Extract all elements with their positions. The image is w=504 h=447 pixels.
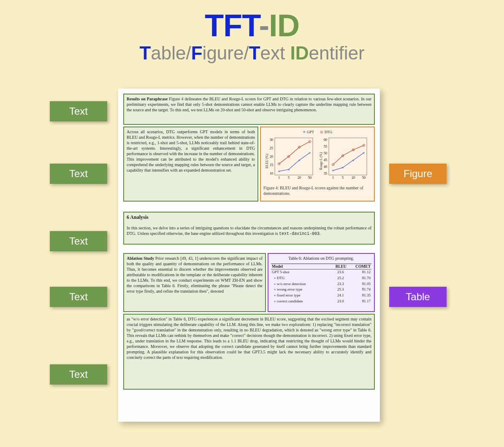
r3-body: In this section, we delve into a series …: [127, 226, 371, 236]
label-table: Table: [389, 287, 447, 307]
label-figure-txt: Figure: [404, 168, 432, 180]
svg-text:✳: ✳: [363, 151, 365, 155]
r5-body: as "w/o error detection" in Table 6, DTG…: [127, 317, 371, 360]
svg-text:50: 50: [324, 151, 327, 155]
svg-text:55: 55: [324, 145, 327, 148]
r1-bold: Results on Paraphrase: [127, 97, 168, 101]
svg-text:50: 50: [362, 176, 366, 180]
table-row: + wrong error type25.381.74: [271, 287, 371, 293]
r3-code: text-davinci-003: [279, 232, 320, 236]
legend-gpt-txt: GPT: [307, 130, 314, 134]
label-text-5-txt: Text: [69, 369, 88, 380]
r4-body: Prior research [49, 43, 1] underscores t…: [127, 256, 263, 294]
title-section: TFT-ID Table/Figure/Text IDentifier: [0, 0, 504, 64]
th-bleu: BLEU: [329, 264, 346, 269]
label-text-1-txt: Text: [69, 105, 88, 117]
svg-text:✳: ✳: [278, 170, 280, 173]
svg-text:20: 20: [270, 155, 273, 159]
chart-rouge: Rouge-L (%) 60 55 50 45 40 35 1 5 20 50: [320, 136, 369, 183]
text-region-5: as "w/o error detection" in Table 6, DTG…: [123, 314, 375, 390]
text-region-1: Results on Paraphrase Figure 4 delineate…: [123, 94, 375, 125]
table-row: GPT 5-shot23.681.12: [271, 269, 371, 275]
label-table-txt: Table: [406, 291, 430, 303]
r2-body: Across all scenarios, DTG outperforms GP…: [127, 129, 255, 172]
svg-text:20: 20: [352, 176, 355, 180]
svg-text:5: 5: [342, 176, 344, 180]
sub-able: able: [151, 43, 186, 63]
sub-T1: T: [139, 43, 151, 63]
sub-entifier: entifier: [309, 43, 365, 63]
label-text-2: Text: [50, 164, 107, 184]
rouge-chart-svg: Rouge-L (%) 60 55 50 45 40 35 1 5 20 50: [320, 136, 369, 182]
label-text-4: Text: [50, 287, 107, 307]
svg-text:50: 50: [308, 176, 312, 180]
gpt-marker-icon: ✳: [303, 130, 306, 134]
label-text-3: Text: [50, 231, 107, 251]
title-dash: -: [259, 8, 269, 43]
legend-dtg: ⊖ DTG: [320, 130, 332, 134]
svg-rect-0: [275, 138, 313, 175]
subtitle: Table/Figure/Text IDentifier: [0, 43, 504, 64]
svg-text:60: 60: [324, 138, 327, 142]
svg-text:15: 15: [270, 163, 273, 167]
svg-text:✳: ✳: [287, 168, 290, 172]
chart-legend: ✳ GPT ⊖ DTG: [263, 129, 371, 136]
table-head: Model BLEU COMET: [271, 264, 371, 269]
svg-text:✳: ✳: [352, 159, 355, 162]
figure-caption: Figure 4: BLEU and Rouge-L scores agains…: [263, 185, 371, 196]
svg-text:1: 1: [278, 176, 280, 180]
main-title: TFT-ID: [0, 8, 504, 43]
sub-T2: T: [249, 43, 260, 63]
r3-heading: 6 Analysis: [127, 214, 371, 221]
svg-text:35: 35: [324, 172, 327, 175]
table-row: + w/o error detection23.381.05: [271, 281, 371, 287]
label-text-3-txt: Text: [69, 235, 88, 247]
table-row: + correct candidate23.081.17: [271, 299, 371, 304]
table-caption: Table 6: Ablations on DTG prompting.: [271, 256, 371, 261]
svg-text:40: 40: [324, 165, 327, 169]
charts-row: BLEU (%) 30 25 20 15 10 1 5 20 50: [263, 136, 371, 183]
svg-text:✳: ✳: [298, 159, 301, 162]
ablation-table: Model BLEU COMET GPT 5-shot23.681.12 + D…: [271, 264, 371, 304]
title-id: ID: [269, 8, 299, 43]
r3-body-wrap: In this section, we delve into a series …: [127, 225, 371, 237]
bleu-ylabel: BLEU (%): [266, 153, 269, 168]
table-body: GPT 5-shot23.681.12 + DTG25.281.70 + w/o…: [271, 269, 371, 304]
sub-ext: ext: [260, 43, 290, 63]
text-region-2: Across all scenarios, DTG outperforms GP…: [123, 127, 258, 202]
svg-text:✳: ✳: [332, 169, 334, 172]
figure-region: ✳ GPT ⊖ DTG BLEU (%) 30 25 20 15 10 1 5: [260, 127, 375, 202]
svg-text:25: 25: [270, 146, 273, 150]
svg-text:30: 30: [270, 138, 273, 142]
label-text-4-txt: Text: [69, 291, 88, 303]
svg-text:20: 20: [298, 176, 301, 180]
label-text-1: Text: [50, 101, 107, 121]
bleu-chart-svg: BLEU (%) 30 25 20 15 10 1 5 20 50: [266, 136, 315, 182]
sub-igure: igure: [203, 43, 244, 63]
sub-slash1: /: [186, 43, 191, 63]
text-region-3: 6 Analysis In this section, we delve int…: [123, 212, 375, 245]
label-text-5: Text: [50, 364, 107, 385]
legend-dtg-txt: DTG: [325, 130, 333, 134]
text-region-4: Ablation Study Prior research [49, 43, 1…: [123, 253, 266, 312]
sub-F: F: [191, 43, 203, 63]
sub-ID: ID: [290, 43, 309, 63]
svg-text:45: 45: [324, 158, 327, 162]
sub-slash2: /: [244, 43, 249, 63]
svg-text:10: 10: [270, 172, 273, 175]
svg-text:5: 5: [288, 176, 290, 180]
r3-period: .: [320, 231, 321, 236]
svg-rect-18: [329, 138, 367, 175]
label-text-2-txt: Text: [69, 168, 88, 180]
table-row: + fixed error type24.181.35: [271, 293, 371, 299]
title-tft: TFT: [205, 8, 259, 43]
paper-page: Results on Paraphrase Figure 4 delineate…: [118, 89, 380, 422]
chart-bleu: BLEU (%) 30 25 20 15 10 1 5 20 50: [266, 136, 315, 183]
legend-gpt: ✳ GPT: [303, 130, 314, 134]
table-row: + DTG25.281.70: [271, 275, 371, 281]
rouge-ylabel: Rouge-L (%): [320, 152, 323, 170]
th-model: Model: [271, 264, 329, 269]
svg-point-10: [278, 163, 280, 165]
svg-text:1: 1: [332, 176, 334, 180]
svg-text:✳: ✳: [341, 166, 344, 170]
